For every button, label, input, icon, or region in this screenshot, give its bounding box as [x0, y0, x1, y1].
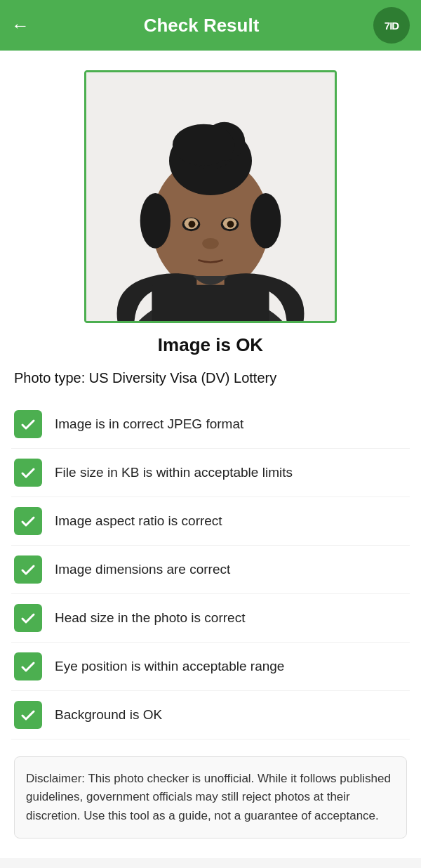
svg-point-16	[202, 238, 219, 249]
check-item-label: Head size in the photo is correct	[55, 610, 245, 627]
svg-point-14	[189, 221, 196, 228]
check-icon	[14, 410, 42, 438]
check-icon	[14, 701, 42, 729]
back-button[interactable]: ←	[11, 16, 29, 34]
photo-type-label: Photo type: US Diversity Visa (DV) Lotte…	[11, 370, 410, 386]
check-icon	[14, 652, 42, 680]
check-item-label: Background is OK	[55, 706, 162, 724]
app-logo: 7ID	[373, 7, 410, 44]
svg-point-9	[250, 193, 281, 249]
check-icon	[14, 459, 42, 487]
svg-point-15	[227, 221, 234, 228]
check-item-label: Image aspect ratio is correct	[55, 513, 222, 530]
check-item: Image aspect ratio is correct	[11, 497, 410, 546]
check-item: Eye position is within acceptable range	[11, 643, 410, 691]
photo-frame	[84, 70, 337, 323]
check-item: Head size in the photo is correct	[11, 594, 410, 643]
check-item: Image dimensions are correct	[11, 546, 410, 594]
check-item-label: Image is in correct JPEG format	[55, 416, 243, 433]
check-item-label: Eye position is within acceptable range	[55, 658, 284, 676]
check-item-label: File size in KB is within acceptable lim…	[55, 464, 293, 482]
svg-point-7	[173, 124, 235, 166]
check-item-label: Image dimensions are correct	[55, 561, 230, 579]
check-icon	[14, 555, 42, 584]
check-item: Image is in correct JPEG format	[11, 400, 410, 449]
svg-rect-17	[152, 285, 269, 321]
check-item: Background is OK	[11, 691, 410, 739]
check-item: File size in KB is within acceptable lim…	[11, 449, 410, 497]
check-icon	[14, 507, 42, 535]
disclaimer-box: Disclaimer: This photo checker is unoffi…	[14, 756, 407, 839]
svg-point-8	[140, 193, 171, 249]
check-list: Image is in correct JPEG format File siz…	[11, 400, 410, 739]
result-status: Image is OK	[11, 334, 410, 356]
passport-photo	[86, 72, 335, 321]
main-content: Image is OK Photo type: US Diversity Vis…	[0, 51, 421, 858]
app-header: ← Check Result 7ID	[0, 0, 421, 51]
check-icon	[14, 604, 42, 632]
disclaimer-text: Disclaimer: This photo checker is unoffi…	[26, 772, 391, 822]
photo-container	[11, 70, 410, 323]
page-title: Check Result	[29, 15, 373, 37]
